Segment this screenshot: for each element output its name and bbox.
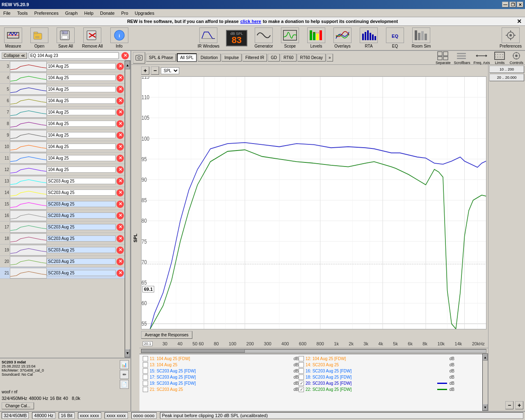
zoom-in-button[interactable]: +	[141, 66, 149, 75]
menu-tools[interactable]: Tools	[16, 10, 30, 16]
meas-del-16[interactable]: ✕	[116, 212, 124, 219]
meas-name-field-9[interactable]	[47, 132, 116, 138]
legend-cb-14[interactable]	[299, 362, 304, 368]
meas-del-3[interactable]: ✕	[116, 63, 124, 70]
meas-name-input-16[interactable]	[47, 212, 116, 219]
info-button[interactable]: i Info	[110, 27, 129, 48]
preferences-button[interactable]: Preferences	[500, 27, 522, 48]
meas-name-input-12[interactable]	[47, 167, 116, 173]
meas-name-field-17[interactable]	[47, 224, 116, 230]
freq-axis-tool[interactable]: Freq. Axis	[473, 51, 490, 65]
meas-del-19[interactable]: ✕	[116, 247, 124, 254]
scrollbars-tool[interactable]: Scrollbars	[454, 51, 470, 65]
meas-name-field-15[interactable]	[47, 201, 116, 207]
list-scroll-up[interactable]: ▲	[125, 61, 130, 69]
meas-del-13[interactable]: ✕	[116, 178, 124, 185]
meas-del-7[interactable]: ✕	[116, 109, 124, 116]
meas-name-input-21[interactable]	[47, 270, 116, 276]
measurement-row-9[interactable]: 9 ✕	[0, 130, 125, 141]
measurement-row-6[interactable]: 6 ✕	[0, 95, 125, 107]
meas-name-input-7[interactable]	[47, 109, 116, 115]
meas-name-input-3[interactable]	[47, 63, 116, 69]
minimize-button[interactable]: —	[502, 2, 509, 7]
donation-close-button[interactable]: ✕	[517, 18, 522, 25]
legend-cb-15[interactable]	[143, 368, 148, 374]
average-responses-button[interactable]: Average the Responses	[141, 331, 192, 339]
meas-name-input-20[interactable]	[47, 258, 116, 265]
h-scroll-track[interactable]	[141, 349, 486, 353]
measurement-row-5[interactable]: 5 ✕	[0, 84, 125, 95]
meas-name-input-18[interactable]	[47, 235, 116, 242]
meas-export-icon[interactable]: 📄	[120, 380, 129, 389]
menu-donate[interactable]: Donate	[98, 10, 116, 16]
meas-del-6[interactable]: ✕	[116, 97, 124, 105]
measurement-row-8[interactable]: 8 ✕	[0, 118, 125, 130]
menu-pro[interactable]: Pro	[119, 10, 130, 16]
meas-name-input-4[interactable]	[47, 75, 116, 81]
legend-cb-17[interactable]	[143, 374, 148, 380]
measurement-row-21[interactable]: 21 ✕	[0, 267, 125, 279]
measurement-row-18[interactable]: 18 ✕	[0, 233, 125, 244]
open-button[interactable]: Open	[30, 27, 49, 48]
meas-edit-icon[interactable]: ✏	[120, 370, 129, 379]
tab-impulse[interactable]: Impulse	[221, 54, 242, 62]
measurement-row-10[interactable]: 10 ✕	[0, 141, 125, 153]
legend-cb-18[interactable]	[299, 374, 304, 380]
range-zoom-out-button[interactable]: −	[505, 401, 514, 409]
legend-cb-12[interactable]	[299, 356, 304, 361]
room-sim-button[interactable]: Room Sim	[411, 27, 431, 48]
meas-del-14[interactable]: ✕	[116, 189, 124, 196]
spl-type-select[interactable]: SPL	[161, 67, 179, 74]
meas-del-18[interactable]: ✕	[116, 235, 124, 242]
tab-spl-phase[interactable]: SPL & Phase	[146, 54, 176, 62]
meas-name-field-12[interactable]	[47, 167, 116, 173]
legend-cb-16[interactable]	[299, 368, 304, 374]
measurement-row-20[interactable]: 20 ✕	[0, 256, 125, 267]
selected-measurement-name[interactable]	[29, 52, 119, 59]
tab-gd[interactable]: GD	[268, 54, 280, 62]
meas-name-input-14[interactable]	[47, 189, 116, 196]
ir-windows-button[interactable]: IR Windows	[198, 27, 219, 48]
measurement-row-14[interactable]: 14 ✕	[0, 187, 125, 199]
menu-upgrades[interactable]: Upgrades	[133, 10, 156, 16]
meas-del-11[interactable]: ✕	[116, 155, 124, 162]
remove-all-button[interactable]: Remove All	[82, 27, 103, 48]
meas-name-field-18[interactable]	[47, 235, 116, 242]
meas-name-field-11[interactable]	[47, 155, 116, 161]
meas-name-field-14[interactable]	[47, 189, 116, 196]
meas-del-17[interactable]: ✕	[116, 224, 124, 231]
meas-del-10[interactable]: ✕	[116, 143, 124, 151]
measurement-row-16[interactable]: 16 ✕	[0, 210, 125, 221]
meas-name-field-4[interactable]	[47, 75, 116, 81]
meas-name-field-8[interactable]	[47, 121, 116, 127]
meas-del-8[interactable]: ✕	[116, 120, 124, 128]
tab-rt60-decay[interactable]: RT60 Decay	[297, 54, 326, 62]
menu-graph[interactable]: Graph	[64, 10, 80, 16]
overlays-button[interactable]: Overlays	[333, 27, 352, 48]
measurement-row-7[interactable]: 7 ✕	[0, 107, 125, 118]
selected-delete-button[interactable]: ✕	[121, 52, 129, 59]
meas-name-field-6[interactable]	[47, 98, 116, 104]
measurement-row-12[interactable]: 12 ✕	[0, 164, 125, 176]
menu-help[interactable]: Help	[82, 10, 95, 16]
measurement-row-13[interactable]: 13 ✕	[0, 176, 125, 187]
meas-name-field-19[interactable]	[47, 247, 116, 253]
range-20-20000-button[interactable]: 20 .. 20.000	[489, 74, 524, 81]
rta-button[interactable]: RTA	[359, 27, 379, 48]
measurement-row-11[interactable]: 11 ✕	[0, 153, 125, 164]
measurement-row-4[interactable]: 4 ✕	[0, 72, 125, 84]
tab-more-button[interactable]: »	[326, 54, 333, 62]
meas-del-5[interactable]: ✕	[116, 86, 124, 93]
levels-button[interactable]: Levels	[306, 27, 326, 48]
legend-cb-20[interactable]	[299, 381, 304, 386]
range-10-200-button[interactable]: 10 .. 200	[489, 66, 524, 73]
meas-name-input-13[interactable]	[47, 178, 116, 184]
meas-thumb-icon[interactable]: 📊	[120, 360, 129, 369]
change-cal-button[interactable]: Change Cal...	[2, 402, 34, 409]
maximize-button[interactable]: ❐	[509, 2, 516, 7]
legend-scroll-down[interactable]: ▼	[483, 404, 488, 411]
list-scroll-down[interactable]: ▼	[125, 349, 130, 357]
range-zoom-in-button[interactable]: +	[515, 401, 523, 409]
meas-name-field-3[interactable]	[47, 63, 116, 69]
tab-rt60[interactable]: RT60	[281, 54, 296, 62]
